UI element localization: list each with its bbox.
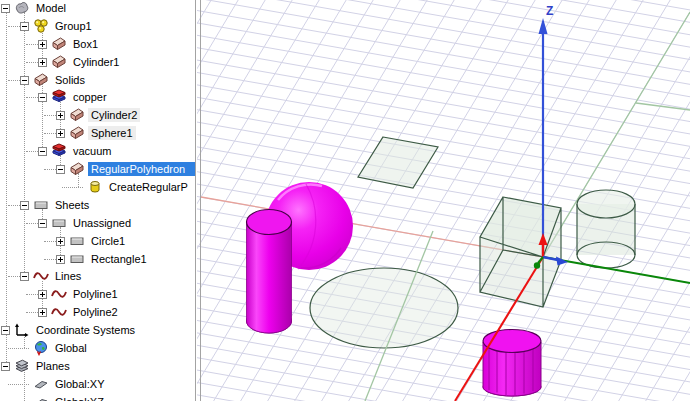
tree-row-polyline2[interactable]: Polyline2 xyxy=(0,303,195,321)
tree-label[interactable]: copper xyxy=(70,90,110,104)
expand-toggle[interactable] xyxy=(38,290,47,299)
tree-row-group1[interactable]: Group1 xyxy=(0,17,195,35)
tree-label[interactable]: Planes xyxy=(33,359,73,373)
tree-label[interactable]: Unassigned xyxy=(70,216,134,230)
expand-toggle[interactable] xyxy=(20,272,29,281)
tree-label[interactable]: Rectangle1 xyxy=(88,252,150,266)
tree-row-planes[interactable]: Planes xyxy=(0,357,195,375)
globe-icon xyxy=(33,340,49,356)
tree-row-lines[interactable]: Lines xyxy=(0,267,195,285)
model-icon xyxy=(14,0,30,16)
tree-row-global[interactable]: Global xyxy=(0,339,195,357)
expand-toggle[interactable] xyxy=(1,4,10,13)
expand-toggle[interactable] xyxy=(56,237,65,246)
group-icon xyxy=(33,18,49,34)
tree-row-cylinder2[interactable]: Cylinder2 xyxy=(0,106,195,124)
command-icon xyxy=(87,179,103,195)
tree-label[interactable]: Cylinder2 xyxy=(88,108,140,122)
tree-row-coordinate-systems[interactable]: Coordinate Systems xyxy=(0,321,195,339)
tree-row-cylinder1[interactable]: Cylinder1 xyxy=(0,53,195,71)
expand-toggle[interactable] xyxy=(20,201,29,210)
tree-row-createregularp[interactable]: CreateRegularP xyxy=(0,178,195,196)
cylinder2-object[interactable] xyxy=(247,210,292,334)
tree-row-global-xy[interactable]: Global:XY xyxy=(0,375,195,393)
tree-label[interactable]: Circle1 xyxy=(88,234,128,248)
expand-toggle[interactable] xyxy=(56,111,65,120)
line-icon xyxy=(33,268,49,284)
planes-icon xyxy=(14,358,30,374)
line-icon xyxy=(51,304,67,320)
sheet-icon xyxy=(33,197,49,213)
solid-icon xyxy=(69,107,85,123)
expand-toggle[interactable] xyxy=(38,58,47,67)
solid-icon xyxy=(69,125,85,141)
tree-label[interactable]: Solids xyxy=(52,73,88,87)
tree-label[interactable]: Sheets xyxy=(52,198,92,212)
tree-row-polyline1[interactable]: Polyline1 xyxy=(0,285,195,303)
expand-toggle[interactable] xyxy=(1,326,10,335)
tree-row-solids[interactable]: Solids xyxy=(0,71,195,89)
expand-toggle[interactable] xyxy=(38,40,47,49)
modeler-window: Model Group1 Box1 Cylinder1 Solids coppe… xyxy=(0,0,690,401)
solid-icon xyxy=(33,72,49,88)
expand-toggle[interactable] xyxy=(38,93,47,102)
expand-toggle[interactable] xyxy=(1,362,10,371)
expand-toggle[interactable] xyxy=(38,308,47,317)
tree-row-sheets[interactable]: Sheets xyxy=(0,196,195,214)
expand-toggle[interactable] xyxy=(56,129,65,138)
tree-label[interactable]: Global xyxy=(52,341,90,355)
expand-toggle[interactable] xyxy=(38,219,47,228)
tree-row-vacuum[interactable]: vacuum xyxy=(0,142,195,160)
sheet-icon xyxy=(69,233,85,249)
plane-icon xyxy=(33,394,49,401)
z-axis-label: Z xyxy=(546,4,553,18)
tree-label[interactable]: Global:XZ xyxy=(52,395,107,401)
tree-row-box1[interactable]: Box1 xyxy=(0,35,195,53)
tree-label[interactable]: Polyline1 xyxy=(70,287,121,301)
tree-label[interactable]: Model xyxy=(33,1,69,15)
tree-row-global-xz[interactable]: Global:XZ xyxy=(0,393,195,401)
expand-toggle[interactable] xyxy=(56,255,65,264)
tree-row-model[interactable]: Model xyxy=(0,0,195,17)
viewport-3d[interactable]: Z xyxy=(196,0,690,401)
tree-label[interactable]: Coordinate Systems xyxy=(33,323,138,337)
tree-label-selected[interactable]: RegularPolyhedron xyxy=(88,162,195,176)
tree-label[interactable]: Box1 xyxy=(70,37,101,51)
tree-row-sphere1[interactable]: Sphere1 xyxy=(0,124,195,142)
model-tree-panel[interactable]: Model Group1 Box1 Cylinder1 Solids coppe… xyxy=(0,0,196,401)
expand-toggle[interactable] xyxy=(20,22,29,31)
material-icon xyxy=(51,143,67,159)
tree-label[interactable]: Lines xyxy=(52,269,84,283)
tree-label[interactable]: vacuum xyxy=(70,144,115,158)
expand-toggle[interactable] xyxy=(20,76,29,85)
sheet-icon xyxy=(69,251,85,267)
tree-label[interactable]: Group1 xyxy=(52,19,95,33)
tree-row-circle1[interactable]: Circle1 xyxy=(0,232,195,250)
expand-toggle[interactable] xyxy=(38,147,47,156)
tree-label[interactable]: Cylinder1 xyxy=(70,55,122,69)
sheet-icon xyxy=(51,215,67,231)
plane-icon xyxy=(33,376,49,392)
tree-row-rectangle1[interactable]: Rectangle1 xyxy=(0,250,195,268)
axes-icon xyxy=(14,322,30,338)
solid-icon xyxy=(69,161,85,177)
line-icon xyxy=(51,286,67,302)
solid-icon xyxy=(51,36,67,52)
circle1-object[interactable] xyxy=(310,268,458,348)
tree-row-unassigned[interactable]: Unassigned xyxy=(0,214,195,232)
tree-label[interactable]: Sphere1 xyxy=(88,126,136,140)
material-icon xyxy=(51,89,67,105)
tree-label[interactable]: CreateRegularP xyxy=(106,180,191,194)
tree-row-copper[interactable]: copper xyxy=(0,88,195,106)
tree-label[interactable]: Global:XY xyxy=(52,377,108,391)
expand-toggle[interactable] xyxy=(56,165,65,174)
tree-row-regularpolyhedron[interactable]: RegularPolyhedron xyxy=(0,160,195,178)
tree-label[interactable]: Polyline2 xyxy=(70,305,121,319)
solid-icon xyxy=(51,54,67,70)
